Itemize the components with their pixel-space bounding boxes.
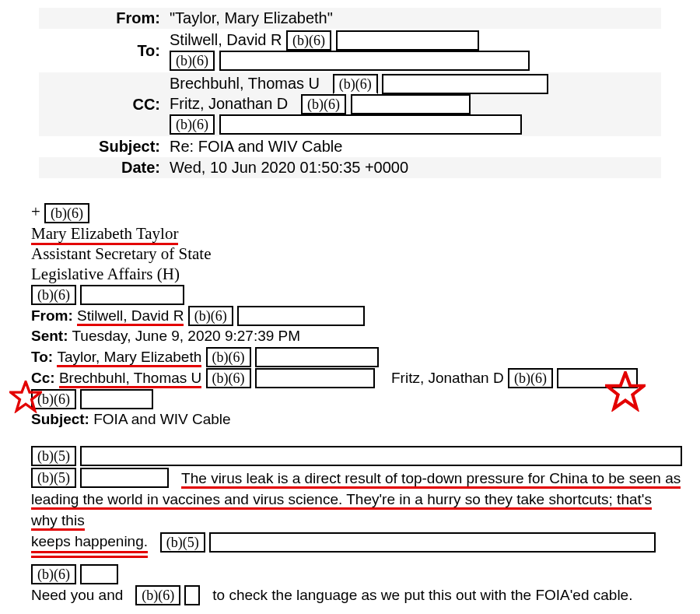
redaction-b5: (b)(5)	[160, 532, 205, 553]
svg-marker-1	[607, 373, 644, 409]
redaction-box	[209, 532, 656, 553]
cc-name-1: Brechbuhl, Thomas U	[170, 75, 320, 93]
redaction-b6: (b)(6)	[31, 285, 76, 305]
plus-sign: +	[31, 202, 40, 221]
redaction-box	[80, 446, 682, 466]
redaction-b6: (b)(6)	[206, 347, 251, 367]
quoted-from-label: From:	[31, 307, 73, 324]
to-value: Stilwell, David R (b)(6) (b)(6)	[165, 29, 661, 72]
redaction-b6: (b)(6)	[170, 114, 215, 135]
redaction-box	[255, 347, 379, 367]
quoted-sent-label: Sent:	[31, 328, 68, 344]
quoted-to-name: Taylor, Mary Elizabeth	[57, 349, 201, 367]
body-text: The virus leak is a direct result of top…	[181, 470, 681, 489]
quoted-subject-label: Subject:	[31, 411, 89, 427]
quoted-from-name: Stilwell, David R	[77, 307, 184, 326]
sig-office: Legislative Affairs (H)	[31, 265, 180, 283]
body-text: leading the world in vaccines and virus …	[31, 491, 346, 510]
body-text: to check the language as we put this out…	[212, 587, 632, 603]
star-icon	[9, 381, 42, 413]
to-name-1: Stilwell, David R	[170, 32, 282, 49]
redaction-b6: (b)(6)	[44, 203, 89, 223]
body-text: keeps happening.	[31, 531, 148, 552]
subject-label: Subject:	[39, 136, 165, 157]
redaction-b6: (b)(6)	[31, 564, 76, 584]
redaction-box	[80, 285, 184, 305]
email-body: + (b)(6) Mary Elizabeth Taylor Assistant…	[31, 202, 677, 614]
signature-block: + (b)(6) Mary Elizabeth Taylor Assistant…	[31, 202, 677, 284]
redaction-box	[184, 585, 200, 605]
redaction-b6: (b)(6)	[301, 94, 346, 114]
email-header-table: From: "Taylor, Mary Elizabeth" To: Stilw…	[39, 8, 661, 178]
svg-marker-0	[11, 382, 41, 411]
redaction-box	[336, 30, 479, 51]
redaction-b6: (b)(6)	[170, 51, 215, 71]
redaction-box	[80, 564, 118, 584]
quoted-to-label: To:	[31, 349, 53, 365]
redaction-b5: (b)(5)	[31, 446, 76, 466]
redaction-box	[382, 74, 548, 94]
quoted-sent-value: Tuesday, June 9, 2020 9:27:39 PM	[72, 328, 300, 344]
redaction-b6: (b)(6)	[508, 368, 553, 388]
star-icon	[605, 371, 646, 412]
to-label: To:	[39, 29, 165, 72]
redaction-b6: (b)(6)	[206, 368, 251, 388]
redaction-b6: (b)(6)	[333, 74, 378, 94]
quoted-cc-name-2: Fritz, Jonathan D	[391, 370, 504, 386]
redaction-box	[219, 51, 530, 71]
redaction-box	[237, 306, 365, 326]
redaction-box	[80, 389, 153, 409]
from-value: "Taylor, Mary Elizabeth"	[165, 8, 661, 29]
quoted-cc-name-1: Brechbuhl, Thomas U	[59, 370, 201, 388]
redaction-b6: (b)(6)	[188, 306, 233, 326]
date-label: Date:	[39, 157, 165, 178]
subject-value: Re: FOIA and WIV Cable	[165, 136, 661, 157]
redaction-box	[351, 94, 471, 114]
quoted-subject-value: FOIA and WIV Cable	[93, 411, 230, 427]
redaction-b6: (b)(6)	[135, 585, 180, 605]
date-value: Wed, 10 Jun 2020 01:50:35 +0000	[165, 157, 661, 178]
body-text: Need you and	[31, 587, 123, 603]
redaction-box	[80, 468, 169, 488]
redaction-box	[255, 368, 375, 388]
cc-value: Brechbuhl, Thomas U (b)(6) Fritz, Jonath…	[165, 72, 661, 136]
redaction-b6: (b)(6)	[286, 30, 331, 51]
redaction-b5: (b)(5)	[31, 468, 76, 488]
from-label: From:	[39, 8, 165, 29]
cc-label: CC:	[39, 72, 165, 136]
sig-name: Mary Elizabeth Taylor	[31, 224, 178, 245]
redaction-box	[219, 114, 522, 135]
cc-name-2: Fritz, Jonathan D	[170, 96, 288, 113]
sig-title: Assistant Secretary of State	[31, 244, 212, 263]
